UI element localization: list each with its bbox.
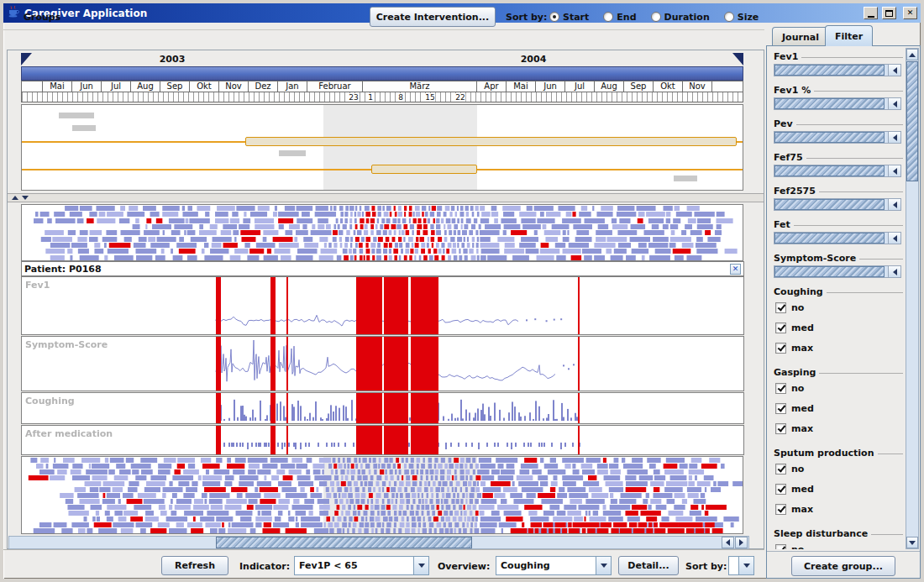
slider-thumb[interactable] xyxy=(774,98,885,109)
maximize-button[interactable] xyxy=(882,7,896,19)
checkbox-label: med xyxy=(791,484,814,495)
detail-button[interactable]: Detail... xyxy=(618,556,679,575)
vertical-scrollbar[interactable] xyxy=(906,48,919,549)
row-label: Fev1 xyxy=(25,280,50,291)
month-cell: Aug xyxy=(594,81,623,92)
sort-radio-duration[interactable]: Duration xyxy=(651,12,710,23)
slider-arrow-button[interactable] xyxy=(888,65,900,76)
collapse-down-icon[interactable] xyxy=(22,196,29,203)
scrollbar-thumb[interactable] xyxy=(906,61,918,181)
month-cell: Jun xyxy=(71,81,101,92)
separator-line xyxy=(859,259,903,260)
refresh-button[interactable]: Refresh xyxy=(161,556,228,575)
checkbox-no[interactable]: no xyxy=(774,378,903,398)
overview-value: Coughing xyxy=(496,557,596,574)
filter-slider[interactable] xyxy=(774,232,901,244)
checkbox-max[interactable]: max xyxy=(774,418,903,438)
day-label: 15 xyxy=(424,93,435,102)
tab-filter[interactable]: Filter xyxy=(825,25,873,46)
menu-groups[interactable]: Groups xyxy=(24,12,60,23)
separator-line xyxy=(871,534,903,535)
checkbox-icon xyxy=(775,464,786,475)
timeline-area: 2003 2004 MaiJunJulAugSepOktNovDezJanFeb… xyxy=(7,50,764,549)
checkbox-no[interactable]: no xyxy=(774,297,903,317)
filter-slider[interactable] xyxy=(774,64,901,76)
scroll-up-button[interactable] xyxy=(906,49,918,60)
filter-slider[interactable] xyxy=(774,131,901,144)
horizontal-scrollbar[interactable] xyxy=(8,536,749,549)
filter-slider-item: Fef75 xyxy=(774,151,903,177)
sort-radio-end[interactable]: End xyxy=(603,12,636,23)
checkbox-max[interactable]: max xyxy=(774,338,903,358)
create-group-button[interactable]: Create group... xyxy=(791,556,895,576)
slider-thumb[interactable] xyxy=(774,132,885,143)
scroll-right-button[interactable] xyxy=(735,537,748,548)
arrow-left-icon xyxy=(890,101,897,107)
minimize-button[interactable] xyxy=(864,7,878,19)
overview-block[interactable] xyxy=(674,176,697,181)
patient-close-button[interactable]: ✕ xyxy=(730,264,741,275)
create-intervention-button[interactable]: Create Intervention... xyxy=(370,7,496,27)
sort-radio-start[interactable]: Start xyxy=(549,12,589,23)
checkbox-no[interactable]: no xyxy=(774,539,903,549)
collapse-up-icon[interactable] xyxy=(12,192,18,200)
slider-thumb[interactable] xyxy=(774,199,885,210)
close-button[interactable]: ✕ xyxy=(903,7,917,19)
sort-combobox[interactable] xyxy=(728,556,754,575)
scrollbar-thumb[interactable] xyxy=(216,537,472,548)
arrow-left-icon xyxy=(890,235,897,242)
slider-arrow-button[interactable] xyxy=(888,266,900,277)
filter-content: Fev1Fev1 %PevFef75Fef2575FetSymptom-Scor… xyxy=(769,48,905,549)
arrow-down-icon xyxy=(601,564,607,571)
overview-combobox[interactable]: Coughing xyxy=(496,556,612,575)
scroll-left-button[interactable] xyxy=(722,537,734,548)
slider-thumb[interactable] xyxy=(774,65,885,76)
slider-thumb[interactable] xyxy=(774,266,885,277)
day-label: 1 xyxy=(367,93,374,102)
timeline-year-row[interactable]: 2003 2004 xyxy=(21,53,743,66)
checkbox-med[interactable]: med xyxy=(774,317,903,338)
overview-block[interactable] xyxy=(59,113,94,118)
filter-slider[interactable] xyxy=(774,97,901,110)
slider-arrow-button[interactable] xyxy=(888,98,900,109)
sort-radio-size[interactable]: Size xyxy=(724,12,759,23)
tab-journal[interactable]: Journal xyxy=(772,27,829,46)
detail-row-after-medication[interactable]: After medication xyxy=(21,425,744,455)
scroll-down-button[interactable] xyxy=(906,537,918,548)
checkbox-icon xyxy=(775,544,786,550)
slider-arrow-button[interactable] xyxy=(888,233,900,244)
patients-overview-bottom[interactable] xyxy=(21,456,743,534)
slider-arrow-button[interactable] xyxy=(888,165,900,176)
arrow-down-icon xyxy=(743,564,750,571)
split-divider[interactable] xyxy=(8,193,764,202)
day-label: 22 xyxy=(454,93,465,102)
slider-thumb[interactable] xyxy=(774,233,885,244)
month-cell: Okt xyxy=(653,81,682,92)
dropdown-button[interactable] xyxy=(738,557,753,574)
slider-arrow-button[interactable] xyxy=(888,132,900,143)
intervention-bar[interactable] xyxy=(371,165,477,174)
filter-slider[interactable] xyxy=(774,265,901,278)
patients-overview-top[interactable] xyxy=(21,204,743,261)
dropdown-button[interactable] xyxy=(413,557,428,574)
timeline-year-band[interactable] xyxy=(21,66,743,81)
detail-row-coughing[interactable]: Coughing xyxy=(21,392,744,424)
indicator-combobox[interactable]: Fev1P < 65 xyxy=(294,556,429,575)
detail-row-symptom-score[interactable]: Symptom-Score xyxy=(21,336,744,391)
checkbox-max[interactable]: max xyxy=(774,499,903,519)
checkbox-no[interactable]: no xyxy=(774,459,903,479)
month-cell: Februar xyxy=(307,81,362,92)
overview-block[interactable] xyxy=(72,125,96,131)
filter-slider[interactable] xyxy=(774,165,901,177)
slider-arrow-button[interactable] xyxy=(888,199,900,210)
radio-icon xyxy=(549,12,559,22)
filter-label-row: Sleep disturbance xyxy=(774,527,903,539)
overview-block[interactable] xyxy=(279,150,306,156)
detail-row-fev1[interactable]: Fev1 xyxy=(21,276,744,335)
filter-slider[interactable] xyxy=(774,198,901,211)
dropdown-button[interactable] xyxy=(596,557,611,574)
checkbox-med[interactable]: med xyxy=(774,398,903,418)
slider-thumb[interactable] xyxy=(774,165,885,176)
checkbox-med[interactable]: med xyxy=(774,479,903,499)
intervention-bar[interactable] xyxy=(245,137,737,146)
